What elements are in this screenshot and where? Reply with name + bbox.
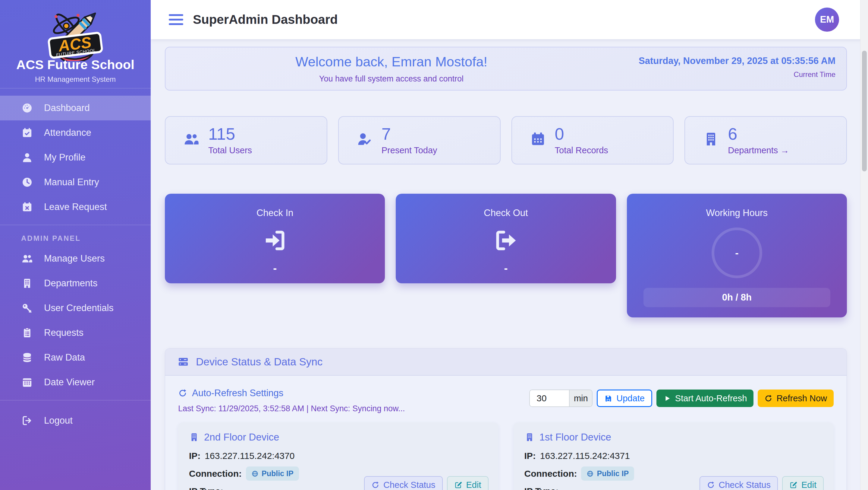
current-datetime: Saturday, November 29, 2025 at 05:35:56 … (617, 56, 835, 66)
sync-status-text: Last Sync: 11/29/2025, 3:52:58 AM | Next… (178, 404, 405, 413)
menu-toggle-icon[interactable] (169, 14, 183, 25)
device-section-header: Device Status & Data Sync (165, 348, 846, 376)
stat-label: Present Today (381, 145, 437, 155)
superadmin-dashboard-app: ACS FUTURE SCHOOL ACS Future School HR M… (0, 0, 868, 490)
check-status-button[interactable]: Check Status (700, 476, 778, 490)
device-name: 1st Floor Device (539, 431, 611, 443)
sidebar-item-label: Manage Users (44, 253, 105, 264)
avatar[interactable]: EM (815, 7, 839, 32)
working-hours-card: Working Hours - 0h / 8h (627, 194, 847, 317)
working-hours-progress: 0h / 8h (644, 288, 830, 307)
auto-refresh-title: Auto-Refresh Settings (192, 388, 283, 399)
globe-icon (251, 470, 258, 477)
sidebar-item-label: Departments (44, 278, 97, 289)
stat-card-present-today: 7 Present Today (338, 116, 501, 165)
sidebar-item-departments[interactable]: Departments (0, 271, 151, 296)
sidebar-item-requests[interactable]: Requests (0, 320, 151, 345)
school-name: ACS Future School (0, 57, 151, 72)
logout-icon (21, 414, 33, 427)
arrow-repeat-icon (371, 481, 379, 489)
device-title-row: 2nd Floor Device (189, 431, 488, 443)
building-icon (703, 131, 719, 148)
device-section-title: Device Status & Data Sync (196, 356, 322, 368)
check-out-card[interactable]: Check Out - (396, 194, 616, 283)
update-button[interactable]: Update (597, 390, 652, 407)
sidebar-item-manage-users[interactable]: Manage Users (0, 246, 151, 271)
check-out-title: Check Out (484, 208, 528, 219)
welcome-subtitle: You have full system access and control (319, 74, 464, 84)
auto-refresh-info: Auto-Refresh Settings Last Sync: 11/29/2… (178, 388, 405, 413)
globe-icon (587, 470, 594, 477)
arrow-repeat-icon (178, 388, 187, 398)
sidebar-item-my-profile[interactable]: My Profile (0, 145, 151, 170)
sidebar-item-leave-request[interactable]: Leave Request (0, 195, 151, 219)
sidebar-item-user-credentials[interactable]: User Credentials (0, 296, 151, 320)
building-icon (524, 432, 535, 442)
working-hours-title: Working Hours (706, 208, 768, 219)
stat-label: Total Records (555, 145, 608, 155)
sidebar-item-logout[interactable]: Logout (0, 408, 151, 433)
save-icon (604, 394, 613, 403)
sidebar-item-dashboard[interactable]: Dashboard (0, 96, 151, 120)
school-tagline: HR Management System (0, 75, 151, 84)
box-arrow-right-icon (493, 228, 519, 254)
people-icon (21, 253, 33, 265)
stat-value: 0 (555, 125, 608, 142)
quick-actions-row: Check In - Check Out - Working Hours (165, 194, 847, 317)
stat-label: Departments → (728, 145, 789, 155)
check-status-button[interactable]: Check Status (364, 476, 442, 490)
main-area: SuperAdmin Dashboard EM Welcome back, Em… (151, 0, 868, 490)
device-ip-line: IP:163.227.115.242:4370 (189, 451, 488, 461)
interval-input-group: min (529, 390, 592, 407)
arrow-repeat-icon (707, 481, 715, 489)
sidebar-item-raw-data[interactable]: Raw Data (0, 345, 151, 370)
arrow-right-icon: → (780, 145, 789, 155)
calendar-icon (530, 131, 547, 148)
edit-button[interactable]: Edit (447, 476, 489, 490)
sidebar-item-label: User Credentials (44, 302, 114, 314)
device-card-2nd-floor: 2nd Floor Device IP:163.227.115.242:4370… (178, 423, 498, 490)
sidebar-item-label: Raw Data (44, 352, 85, 363)
key-icon (21, 302, 33, 314)
sidebar-item-label: My Profile (44, 152, 86, 163)
start-auto-refresh-button[interactable]: Start Auto-Refresh (656, 390, 754, 407)
arrow-repeat-icon (764, 394, 772, 403)
school-logo: ACS FUTURE SCHOOL ACS Future School HR M… (0, 0, 151, 88)
device-section-body: Auto-Refresh Settings Last Sync: 11/29/2… (165, 376, 846, 490)
public-ip-badge: Public IP (246, 466, 299, 481)
sidebar-item-label: Dashboard (44, 103, 90, 113)
stat-card-total-users: 115 Total Users (165, 116, 327, 165)
sidebar-item-date-viewer[interactable]: Date Viewer (0, 370, 151, 395)
stats-row: 115 Total Users 7 Present Today (165, 116, 847, 165)
working-hours-value: - (735, 247, 738, 259)
calendar-grid-icon (21, 376, 33, 388)
sidebar-item-attendance[interactable]: Attendance (0, 120, 151, 145)
current-time-block: Saturday, November 29, 2025 at 05:35:56 … (617, 47, 846, 90)
device-ip-line: IP:163.227.115.242:4371 (524, 451, 823, 461)
sidebar-item-label: Attendance (44, 127, 91, 138)
hdd-stack-icon (177, 356, 189, 368)
sidebar-item-label: Manual Entry (44, 177, 99, 188)
pencil-square-icon (789, 481, 798, 489)
clipboard-icon (21, 327, 33, 339)
auto-refresh-controls: min Update (529, 390, 834, 407)
device-title-row: 1st Floor Device (524, 431, 823, 443)
person-check-icon (356, 131, 373, 148)
sidebar-item-label: Requests (44, 327, 84, 338)
interval-input[interactable] (530, 390, 569, 406)
stat-card-departments[interactable]: 6 Departments → (684, 116, 847, 165)
sidebar-item-manual-entry[interactable]: Manual Entry (0, 170, 151, 195)
welcome-title: Welcome back, Emran Mostofa! (296, 54, 487, 70)
box-arrow-in-right-icon (262, 228, 288, 254)
edit-button[interactable]: Edit (782, 476, 824, 490)
device-card-1st-floor: 1st Floor Device IP:163.227.115.242:4371… (514, 423, 834, 490)
check-in-card[interactable]: Check In - (165, 194, 385, 283)
refresh-now-button[interactable]: Refresh Now (758, 390, 834, 407)
stat-card-total-records: 0 Total Records (512, 116, 674, 165)
dashboard-content: Welcome back, Emran Mostofa! You have fu… (151, 39, 868, 490)
play-icon (663, 394, 671, 403)
auto-refresh-row: Auto-Refresh Settings Last Sync: 11/29/2… (178, 388, 834, 413)
people-icon (183, 131, 200, 148)
scrollbar-thumb[interactable] (862, 51, 867, 171)
stat-value: 115 (208, 125, 252, 142)
